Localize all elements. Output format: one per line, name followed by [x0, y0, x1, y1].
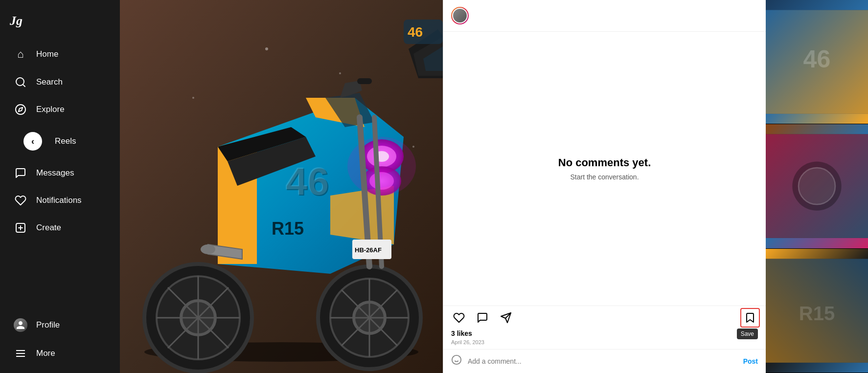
- back-arrow-icon: ‹: [31, 136, 34, 147]
- post-image-area: 46 46 R15 46 HB-26AF: [120, 0, 443, 373]
- likes-section: 3 likes: [443, 328, 766, 338]
- sidebar-item-more-label: More: [36, 349, 55, 358]
- svg-point-33: [201, 244, 215, 254]
- svg-point-32: [347, 137, 416, 196]
- sidebar: Jg ⌂ Home Search Explore ‹ Reels: [0, 0, 120, 373]
- svg-text:HB-26AF: HB-26AF: [355, 246, 382, 254]
- sidebar-item-explore[interactable]: Explore: [4, 97, 116, 122]
- sidebar-item-notifications[interactable]: Notifications: [4, 188, 116, 213]
- notifications-icon: [14, 195, 27, 206]
- comment-button[interactable]: [475, 310, 490, 326]
- back-button[interactable]: ‹: [23, 132, 42, 151]
- svg-line-1: [23, 85, 25, 87]
- sidebar-item-create[interactable]: Create: [4, 215, 116, 241]
- sidebar-item-more[interactable]: More: [4, 341, 116, 366]
- post-date: April 26, 2023: [443, 338, 766, 349]
- emoji-button[interactable]: [451, 354, 462, 368]
- sidebar-item-search[interactable]: Search: [4, 69, 116, 95]
- sidebar-item-messages[interactable]: Messages: [4, 160, 116, 186]
- svg-text:R15: R15: [799, 303, 835, 325]
- svg-point-42: [192, 97, 194, 99]
- svg-text:R15: R15: [272, 219, 304, 239]
- thumbnail-1[interactable]: 46: [766, 0, 868, 124]
- post-comment-button[interactable]: Post: [743, 357, 758, 365]
- save-button[interactable]: [742, 310, 758, 326]
- svg-text:46: 46: [285, 159, 329, 203]
- sidebar-item-profile-label: Profile: [36, 320, 60, 330]
- right-panel-thumbnails: 46: [766, 0, 868, 373]
- main-content: 46 46 R15 46 HB-26AF: [120, 0, 868, 373]
- sidebar-item-reels-label: Reels: [55, 136, 76, 146]
- share-button[interactable]: [498, 310, 514, 326]
- comment-input[interactable]: [468, 357, 737, 365]
- sidebar-item-notifications-label: Notifications: [36, 196, 82, 205]
- svg-point-48: [452, 355, 461, 364]
- post-user-avatar: [451, 7, 469, 24]
- save-tooltip: Save: [737, 329, 758, 339]
- sidebar-item-profile[interactable]: Profile: [4, 311, 116, 339]
- post-header: [443, 0, 766, 32]
- action-icons-row: Save: [451, 310, 758, 326]
- no-comments-subtitle: Start the conversation.: [570, 173, 639, 181]
- svg-point-43: [412, 146, 414, 148]
- sidebar-item-explore-label: Explore: [36, 105, 65, 114]
- comments-area: No comments yet. Start the conversation.: [443, 32, 766, 306]
- thumbnail-2[interactable]: [766, 124, 868, 248]
- post-image: 46 46 R15 46 HB-26AF: [120, 0, 443, 373]
- svg-text:46: 46: [803, 45, 831, 73]
- thumbnail-3[interactable]: R15: [766, 249, 868, 373]
- avatar: [14, 318, 27, 332]
- app-logo: Jg: [0, 6, 120, 40]
- sidebar-item-messages-label: Messages: [36, 168, 74, 178]
- svg-point-57: [799, 168, 835, 204]
- comment-input-area: Post: [443, 349, 766, 373]
- no-comments-title: No comments yet.: [558, 156, 651, 169]
- post-details-panel: No comments yet. Start the conversation.: [443, 0, 766, 373]
- actions-bar: Save: [443, 306, 766, 328]
- like-button[interactable]: [451, 310, 467, 326]
- save-button-wrapper: Save: [742, 310, 758, 326]
- more-icon: [14, 348, 27, 359]
- motorcycle-illustration: 46 46 R15 46 HB-26AF: [120, 0, 443, 373]
- search-icon: [14, 76, 27, 88]
- home-icon: ⌂: [14, 48, 27, 61]
- sidebar-item-home-label: Home: [36, 49, 58, 59]
- sidebar-item-home[interactable]: ⌂ Home: [4, 41, 116, 67]
- svg-marker-3: [19, 108, 23, 111]
- likes-count: 3 likes: [451, 329, 758, 337]
- sidebar-item-create-label: Create: [36, 223, 61, 233]
- messages-icon: [14, 167, 27, 179]
- sidebar-item-search-label: Search: [36, 77, 63, 87]
- svg-point-41: [339, 72, 341, 74]
- svg-rect-34: [357, 78, 372, 84]
- svg-point-40: [265, 47, 268, 50]
- explore-icon: [14, 104, 27, 115]
- create-icon: [14, 222, 27, 234]
- svg-point-2: [16, 105, 25, 114]
- svg-text:46: 46: [408, 24, 423, 40]
